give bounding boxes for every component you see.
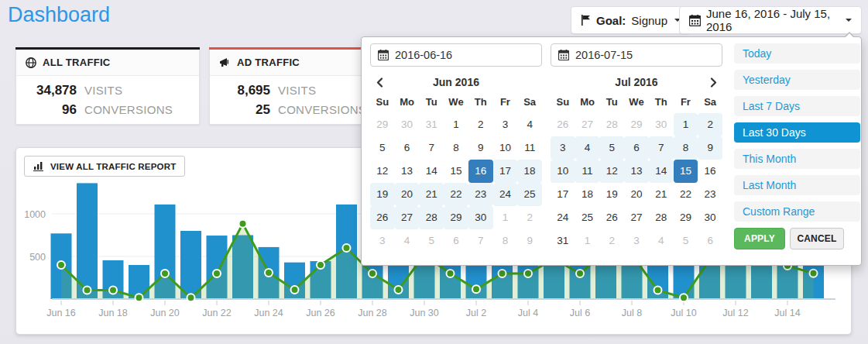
calendar-day[interactable]: 5 [419, 229, 444, 253]
calendar-day[interactable]: 4 [395, 229, 420, 253]
calendar-day[interactable]: 8 [674, 136, 698, 160]
calendar-day[interactable]: 8 [444, 136, 468, 160]
calendar-day[interactable]: 25 [575, 206, 600, 229]
range-option-last-7-days[interactable]: Last 7 Days [734, 96, 860, 116]
calendar-day[interactable]: 15 [444, 160, 468, 183]
calendar-day[interactable]: 10 [551, 160, 575, 183]
calendar-day[interactable]: 13 [395, 160, 420, 183]
calendar-day[interactable]: 7 [649, 136, 674, 160]
calendar-day[interactable]: 6 [624, 136, 649, 160]
cancel-button[interactable]: CANCEL [790, 228, 844, 249]
calendar-day[interactable]: 3 [624, 229, 649, 253]
calendar-day[interactable]: 11 [517, 136, 542, 160]
calendar-day[interactable]: 27 [575, 113, 600, 136]
calendar-day[interactable]: 1 [674, 113, 698, 136]
calendar-day[interactable]: 6 [395, 136, 420, 160]
calendar-day[interactable]: 30 [468, 206, 493, 229]
calendar-day[interactable]: 5 [674, 229, 698, 253]
calendar-day[interactable]: 6 [444, 229, 468, 253]
calendar-day[interactable]: 2 [698, 113, 722, 136]
calendar-day[interactable]: 29 [624, 113, 649, 136]
calendar-day[interactable]: 17 [551, 183, 575, 206]
range-option-last-30-days[interactable]: Last 30 Days [734, 122, 860, 143]
calendar-day[interactable]: 31 [551, 229, 575, 253]
calendar-day[interactable]: 22 [444, 183, 468, 206]
calendar-day[interactable]: 8 [493, 229, 518, 253]
calendar-day[interactable]: 4 [575, 136, 600, 160]
calendar-day[interactable]: 24 [493, 183, 518, 206]
calendar-day[interactable]: 27 [624, 206, 649, 229]
calendar-day[interactable]: 15 [674, 160, 698, 183]
calendar-day[interactable]: 17 [493, 160, 518, 183]
calendar-day[interactable]: 25 [517, 183, 542, 206]
calendar-day[interactable]: 29 [444, 206, 468, 229]
calendar-day[interactable]: 16 [468, 160, 493, 183]
calendar-day[interactable]: 28 [419, 206, 444, 229]
calendar-day[interactable]: 4 [649, 229, 674, 253]
calendar-day[interactable]: 28 [599, 113, 624, 136]
range-option-last-month[interactable]: Last Month [734, 175, 860, 195]
calendar-day[interactable]: 30 [395, 113, 420, 136]
apply-button[interactable]: APPLY [734, 228, 785, 249]
calendar-day[interactable]: 1 [493, 206, 518, 229]
calendar-day[interactable]: 9 [517, 229, 542, 253]
calendar-day[interactable]: 26 [370, 206, 395, 229]
calendar-day[interactable]: 22 [674, 183, 698, 206]
calendar-day[interactable]: 30 [698, 206, 722, 229]
range-option-custom-range[interactable]: Custom Range [734, 201, 860, 222]
calendar-day[interactable]: 1 [575, 229, 600, 253]
range-option-yesterday[interactable]: Yesterday [734, 70, 860, 90]
calendar-day[interactable]: 16 [698, 160, 722, 183]
date-range-button[interactable]: June 16, 2016 - July 15, 2016 [679, 6, 862, 34]
calendar-day[interactable]: 20 [624, 183, 649, 206]
prev-month-button[interactable] [372, 73, 387, 91]
calendar-day[interactable]: 26 [599, 206, 624, 229]
calendar-day[interactable]: 5 [370, 136, 395, 160]
calendar-day[interactable]: 3 [370, 229, 395, 253]
calendar-day[interactable]: 3 [493, 113, 518, 136]
calendar-day[interactable]: 26 [551, 113, 575, 136]
calendar-day[interactable]: 2 [517, 206, 542, 229]
calendar-day[interactable]: 23 [468, 183, 493, 206]
calendar-day[interactable]: 29 [370, 113, 395, 136]
calendar-day[interactable]: 12 [599, 160, 624, 183]
calendar-day[interactable]: 2 [599, 229, 624, 253]
calendar-day[interactable]: 19 [370, 183, 395, 206]
calendar-day[interactable]: 14 [649, 160, 674, 183]
start-date-input[interactable]: 2016-06-16 [370, 43, 542, 67]
calendar-day[interactable]: 7 [419, 136, 444, 160]
calendar-day[interactable]: 19 [599, 183, 624, 206]
calendar-day[interactable]: 20 [395, 183, 420, 206]
end-date-input[interactable]: 2016-07-15 [551, 43, 722, 67]
range-option-this-month[interactable]: This Month [734, 149, 860, 169]
calendar-day[interactable]: 21 [419, 183, 444, 206]
calendar-day[interactable]: 1 [444, 113, 468, 136]
calendar-day[interactable]: 10 [493, 136, 518, 160]
calendar-day[interactable]: 30 [649, 113, 674, 136]
calendar-day[interactable]: 2 [468, 113, 493, 136]
calendar-day[interactable]: 23 [698, 183, 722, 206]
calendar-day[interactable]: 24 [551, 206, 575, 229]
calendar-day[interactable]: 14 [419, 160, 444, 183]
calendar-day[interactable]: 18 [575, 183, 600, 206]
calendar-day[interactable]: 9 [468, 136, 493, 160]
calendar-day[interactable]: 18 [517, 160, 542, 183]
calendar-day[interactable]: 29 [674, 206, 698, 229]
calendar-day[interactable]: 3 [551, 136, 575, 160]
calendar-day[interactable]: 5 [599, 136, 624, 160]
calendar-day[interactable]: 13 [624, 160, 649, 183]
range-option-today[interactable]: Today [734, 43, 860, 64]
next-month-button[interactable] [705, 73, 721, 91]
view-all-traffic-report-button[interactable]: VIEW ALL TRAFFIC REPORT [24, 156, 185, 177]
calendar-day[interactable]: 6 [698, 229, 722, 253]
calendar-day[interactable]: 9 [698, 136, 722, 160]
calendar-day[interactable]: 12 [370, 160, 395, 183]
calendar-day[interactable]: 28 [649, 206, 674, 229]
calendar-day[interactable]: 11 [575, 160, 600, 183]
calendar-day[interactable]: 27 [395, 206, 420, 229]
calendar-day[interactable]: 31 [419, 113, 444, 136]
goal-selector-button[interactable]: Goal: Signup [571, 6, 691, 34]
calendar-day[interactable]: 7 [468, 229, 493, 253]
calendar-day[interactable]: 4 [517, 113, 542, 136]
calendar-day[interactable]: 21 [649, 183, 674, 206]
